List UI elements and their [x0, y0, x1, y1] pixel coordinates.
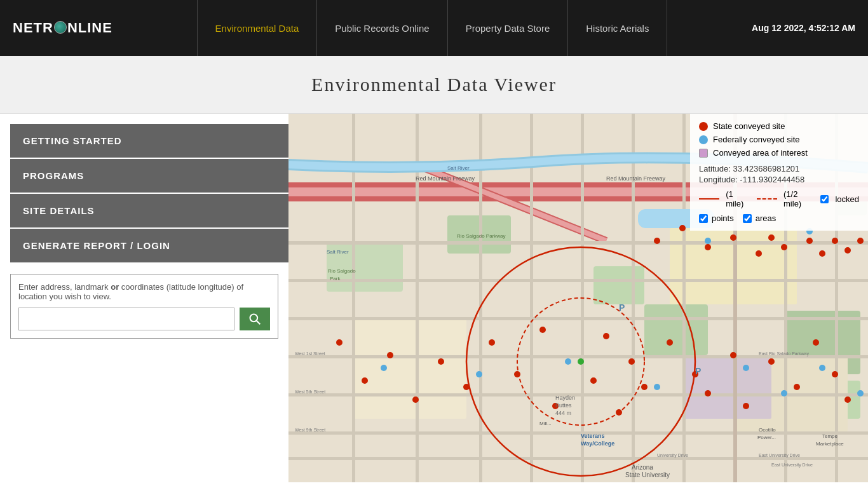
svg-rect-20 — [288, 241, 868, 245]
svg-point-71 — [768, 234, 775, 241]
content-area: GETTING STARTED PROGRAMS SITE DETAILS GE… — [0, 114, 868, 482]
search-section: Enter address, landmark or coordinates (… — [0, 264, 288, 339]
svg-text:Arizona: Arizona — [632, 464, 653, 471]
svg-rect-3 — [327, 241, 403, 292]
state-conveyed-dot — [699, 122, 708, 131]
logo-text-nline: NLINE — [67, 20, 112, 36]
search-input[interactable] — [18, 308, 234, 330]
programs-button[interactable]: PROGRAMS — [10, 159, 288, 194]
svg-point-68 — [705, 244, 711, 250]
svg-text:Red Mountain Freeway: Red Mountain Freeway — [416, 175, 475, 182]
svg-point-65 — [844, 396, 851, 403]
nav-public-records[interactable]: Public Records Online — [317, 0, 447, 56]
svg-point-74 — [819, 250, 825, 257]
svg-text:West 5th Street: West 5th Street — [295, 390, 325, 394]
svg-rect-21 — [288, 279, 868, 282]
svg-rect-32 — [632, 114, 635, 482]
latitude-display: Latitude: 33.423686981201 — [699, 164, 859, 173]
svg-text:Red Mountain Freeway: Red Mountain Freeway — [606, 175, 666, 182]
latitude-value: 33.423686981201 — [733, 164, 800, 173]
federally-conveyed-dot — [699, 135, 708, 144]
search-or-text: or — [111, 282, 119, 292]
map-area[interactable]: Red Mountain Freeway Red Mountain Freewa… — [288, 114, 868, 482]
sidebar-buttons: GETTING STARTED PROGRAMS SITE DETAILS GE… — [0, 114, 288, 264]
conveyed-area-label: Conveyed area of interest — [713, 148, 808, 158]
svg-text:Way/College: Way/College — [581, 440, 614, 447]
svg-point-72 — [781, 244, 787, 250]
checkbox-row: points areas — [699, 214, 859, 223]
svg-point-58 — [705, 390, 711, 396]
svg-text:West 9th Street: West 9th Street — [295, 428, 325, 432]
title-bar: Environmental Data Viewer — [0, 56, 868, 114]
svg-text:West 1st Street: West 1st Street — [295, 351, 325, 356]
latitude-label: Latitude: — [699, 164, 731, 173]
svg-point-59 — [730, 352, 736, 358]
longitude-value: -111.9302444458 — [740, 175, 804, 184]
nav-historic-aerials[interactable]: Historic Aerials — [568, 0, 667, 56]
svg-text:Power...: Power... — [757, 435, 776, 440]
areas-checkbox-row: areas — [743, 214, 776, 223]
svg-point-60 — [743, 403, 749, 409]
svg-point-77 — [857, 238, 864, 244]
svg-point-55 — [641, 384, 648, 390]
svg-point-67 — [679, 225, 686, 231]
svg-point-84 — [819, 365, 825, 371]
svg-text:Buttes: Buttes — [555, 402, 572, 409]
svg-point-75 — [832, 238, 838, 244]
state-conveyed-label: State conveyed site — [713, 121, 785, 131]
svg-point-78 — [381, 365, 387, 371]
header: NETR NLINE Environmental Data Public Rec… — [0, 0, 868, 56]
svg-point-53 — [616, 409, 622, 416]
svg-point-79 — [476, 371, 482, 377]
legend-state-conveyed: State conveyed site — [699, 121, 859, 131]
areas-checkbox[interactable] — [743, 214, 752, 223]
svg-text:Veterans: Veterans — [581, 433, 605, 439]
getting-started-button[interactable]: GETTING STARTED — [10, 124, 288, 159]
nav-property-data[interactable]: Property Data Store — [448, 0, 569, 56]
svg-text:Tempe: Tempe — [822, 433, 838, 439]
svg-text:444 m: 444 m — [555, 410, 571, 416]
generate-report-button[interactable]: GENERATE REPORT / LOGIN — [10, 229, 288, 264]
svg-text:Park: Park — [330, 276, 341, 281]
svg-point-64 — [832, 371, 838, 377]
svg-text:Ocotillo: Ocotillo — [759, 427, 776, 433]
areas-label: areas — [756, 214, 776, 223]
legend-conveyed-area: Conveyed area of interest — [699, 148, 859, 158]
locked-checkbox[interactable] — [820, 195, 829, 203]
svg-point-0 — [250, 315, 258, 322]
svg-point-62 — [794, 384, 800, 390]
nav-environmental-data[interactable]: Environmental Data — [197, 0, 318, 56]
legend-federally-conveyed: Federally conveyed site — [699, 135, 859, 144]
svg-point-66 — [654, 238, 660, 244]
svg-point-73 — [806, 238, 813, 244]
site-details-button[interactable]: SITE DETAILS — [10, 194, 288, 229]
svg-point-43 — [412, 396, 419, 403]
svg-text:East Rio Salado Parkway: East Rio Salado Parkway — [759, 351, 809, 356]
points-checkbox[interactable] — [699, 214, 708, 223]
svg-text:East University Drive: East University Drive — [771, 463, 813, 468]
svg-point-46 — [489, 339, 495, 346]
svg-text:Salt River: Salt River — [327, 249, 349, 255]
svg-text:Marketplace: Marketplace — [816, 441, 844, 447]
svg-rect-22 — [288, 317, 868, 320]
svg-point-56 — [667, 339, 673, 346]
svg-point-47 — [514, 371, 520, 377]
svg-text:P: P — [619, 302, 625, 313]
svg-text:Mill...: Mill... — [539, 421, 552, 426]
nav: Environmental Data Public Records Online… — [112, 0, 752, 56]
svg-point-44 — [438, 358, 444, 365]
svg-text:Hayden: Hayden — [555, 395, 575, 401]
longitude-display: Longitude: -111.9302444458 — [699, 175, 859, 184]
search-button[interactable] — [240, 308, 270, 330]
svg-point-80 — [565, 358, 571, 365]
svg-point-51 — [590, 377, 597, 384]
radius-row: (1 mile) (1/2 mile) locked — [699, 189, 859, 208]
svg-point-70 — [756, 250, 762, 257]
svg-rect-25 — [288, 431, 868, 435]
svg-point-42 — [387, 352, 393, 358]
longitude-label: Longitude: — [699, 175, 738, 184]
coordinates-block: Latitude: 33.423686981201 Longitude: -11… — [699, 164, 859, 184]
svg-point-61 — [768, 358, 775, 365]
svg-point-52 — [603, 333, 609, 339]
svg-point-82 — [743, 365, 749, 371]
